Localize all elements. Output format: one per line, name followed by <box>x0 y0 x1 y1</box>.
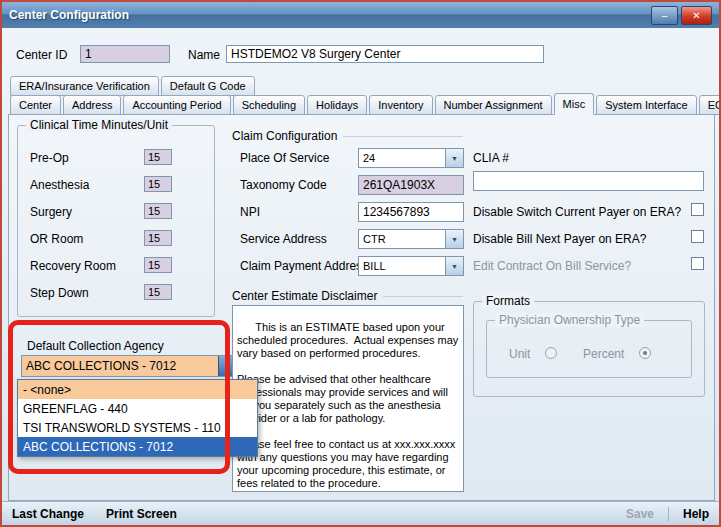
collection-agency-dropdown-list: - <none> GREENFLAG - 440 TSI TRANSWORLD … <box>17 379 258 457</box>
surgery-label: Surgery <box>30 205 72 219</box>
center-id-value: 1 <box>85 47 92 61</box>
tab-address[interactable]: Address <box>63 95 121 115</box>
chevron-down-icon: ▼ <box>451 236 458 243</box>
minimize-icon: – <box>662 10 668 21</box>
tab-center[interactable]: Center <box>10 95 61 115</box>
clinical-time-groupbox: Clinical Time Minutes/Unit Pre-Op 15 Ane… <box>17 125 215 317</box>
taxonomy-code-label: Taxonomy Code <box>240 178 327 192</box>
step-down-label: Step Down <box>30 286 89 300</box>
name-label: Name <box>188 48 220 62</box>
tab-ecs-claim[interactable]: ECS Claim <box>699 95 721 115</box>
or-room-field[interactable]: 15 <box>144 230 172 246</box>
unit-radio[interactable] <box>545 347 557 359</box>
clia-field[interactable] <box>473 171 704 191</box>
close-icon: ✕ <box>692 10 700 21</box>
taxonomy-code-field[interactable]: 261QA1903X <box>358 175 464 195</box>
place-of-service-label: Place Of Service <box>240 151 329 165</box>
last-change-button[interactable]: Last Change <box>12 507 84 521</box>
chevron-down-icon: ▼ <box>224 363 231 370</box>
collection-agency-label: Default Collection Agency <box>27 339 164 353</box>
claim-payment-address-dropdown-button[interactable]: ▼ <box>445 257 463 275</box>
anesthesia-label: Anesthesia <box>30 178 89 192</box>
npi-label: NPI <box>240 205 260 219</box>
unit-radio-label: Unit <box>509 347 530 361</box>
claim-payment-address-label: Claim Payment Address <box>240 259 368 273</box>
recovery-room-label: Recovery Room <box>30 259 116 273</box>
pre-op-field[interactable]: 15 <box>144 149 172 165</box>
center-id-label: Center ID <box>16 48 67 62</box>
tab-accounting-period[interactable]: Accounting Period <box>123 95 230 115</box>
surgery-field[interactable]: 15 <box>144 203 172 219</box>
window-title: Center Configuration <box>9 8 129 22</box>
tab-system-interface[interactable]: System Interface <box>596 95 697 115</box>
center-estimate-disclaimer-header: Center Estimate Disclaimer <box>232 289 463 303</box>
chevron-down-icon: ▼ <box>451 263 458 270</box>
window-buttons: – ✕ <box>651 6 712 25</box>
misc-tab-panel: Clinical Time Minutes/Unit Pre-Op 15 Ane… <box>8 114 715 501</box>
center-id-field[interactable]: 1 <box>80 45 170 63</box>
list-item-tsi-transworld[interactable]: TSI TRANSWORLD SYSTEMS - 110 <box>18 418 257 437</box>
center-estimate-disclaimer-textarea[interactable]: This is an ESTIMATE based upon your sche… <box>232 305 464 492</box>
percent-radio[interactable] <box>639 347 651 359</box>
anesthesia-field[interactable]: 15 <box>144 176 172 192</box>
disable-switch-current-payer-checkbox[interactable] <box>691 203 704 216</box>
claim-configuration-header: Claim Configuration <box>232 129 463 143</box>
chevron-down-icon: ▼ <box>451 155 458 162</box>
edit-contract-on-bill-label: Edit Contract On Bill Service? <box>473 259 631 273</box>
clia-label: CLIA # <box>473 151 509 165</box>
service-address-combobox[interactable]: CTR ▼ <box>358 229 464 249</box>
disable-bill-next-payer-label: Disable Bill Next Payer on ERA? <box>473 232 646 246</box>
tab-number-assignment[interactable]: Number Assignment <box>435 95 552 115</box>
statusbar-divider <box>668 507 669 521</box>
service-address-label: Service Address <box>240 232 327 246</box>
tab-strip-secondary: ERA/Insurance Verification Default G Cod… <box>10 76 255 96</box>
help-button[interactable]: Help <box>683 507 709 521</box>
formats-groupbox: Formats Physician Ownership Type Unit Pe… <box>473 301 705 397</box>
status-bar: Last Change Print Screen Save Help <box>2 501 719 525</box>
collection-agency-value: ABC COLLECTIONS - 7012 <box>22 356 218 376</box>
titlebar[interactable]: Center Configuration – ✕ <box>2 2 719 28</box>
collection-agency-combobox[interactable]: ABC COLLECTIONS - 7012 ▼ <box>21 355 237 377</box>
percent-radio-label: Percent <box>583 347 624 361</box>
name-value: HSTDEMO2 V8 Surgery Center <box>231 47 400 61</box>
recovery-room-field[interactable]: 15 <box>144 257 172 273</box>
service-address-dropdown-button[interactable]: ▼ <box>445 230 463 248</box>
place-of-service-dropdown-button[interactable]: ▼ <box>445 149 463 167</box>
formats-title: Formats <box>482 294 534 308</box>
list-item-abc-collections[interactable]: ABC COLLECTIONS - 7012 <box>18 437 257 456</box>
name-field[interactable]: HSTDEMO2 V8 Surgery Center <box>226 45 544 63</box>
list-item-none[interactable]: - <none> <box>18 380 257 399</box>
save-button[interactable]: Save <box>626 507 654 521</box>
center-configuration-window: Center Configuration – ✕ Center ID 1 Nam… <box>0 0 721 527</box>
tab-strip-main: Center Address Accounting Period Schedul… <box>10 95 721 115</box>
tab-era-insurance-verification[interactable]: ERA/Insurance Verification <box>10 76 159 96</box>
clinical-time-title: Clinical Time Minutes/Unit <box>26 118 172 132</box>
tab-inventory[interactable]: Inventory <box>369 95 432 115</box>
or-room-label: OR Room <box>30 232 83 246</box>
npi-field[interactable]: 1234567893 <box>358 202 464 222</box>
step-down-field[interactable]: 15 <box>144 284 172 300</box>
tab-scheduling[interactable]: Scheduling <box>233 95 305 115</box>
physician-ownership-type-title: Physician Ownership Type <box>495 313 644 327</box>
list-item-greenflag[interactable]: GREENFLAG - 440 <box>18 399 257 418</box>
tab-holidays[interactable]: Holidays <box>307 95 367 115</box>
disable-bill-next-payer-checkbox[interactable] <box>691 230 704 243</box>
close-button[interactable]: ✕ <box>681 6 712 25</box>
disable-switch-current-payer-label: Disable Switch Current Payer on ERA? <box>473 205 681 219</box>
minimize-button[interactable]: – <box>651 6 678 25</box>
pre-op-label: Pre-Op <box>30 151 69 165</box>
print-screen-button[interactable]: Print Screen <box>106 507 177 521</box>
tab-misc[interactable]: Misc <box>554 93 595 115</box>
physician-ownership-type-groupbox: Physician Ownership Type Unit Percent <box>486 320 692 378</box>
place-of-service-combobox[interactable]: 24 ▼ <box>358 148 464 168</box>
edit-contract-on-bill-checkbox[interactable] <box>691 257 704 270</box>
tab-default-g-code[interactable]: Default G Code <box>161 76 255 96</box>
claim-payment-address-combobox[interactable]: BILL ▼ <box>358 256 464 276</box>
